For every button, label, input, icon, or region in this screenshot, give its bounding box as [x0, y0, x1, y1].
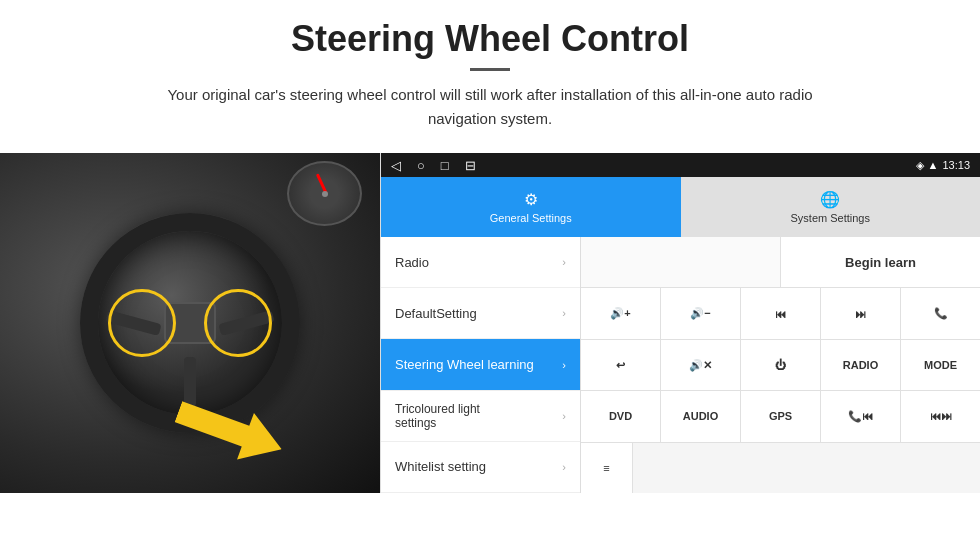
prev-next-icon: ⏮⏭ [930, 410, 952, 422]
prev-icon: ⏮ [775, 308, 786, 320]
list-icon: ≡ [603, 462, 609, 474]
steering-wheel-panel [0, 153, 380, 493]
audio-label: AUDIO [683, 410, 718, 422]
dvd-button[interactable]: DVD [581, 391, 661, 441]
status-nav: ◁ ○ □ ⊟ [391, 158, 476, 173]
chevron-default: › [562, 307, 566, 319]
phone-icon: 📞 [934, 307, 948, 320]
gps-label: GPS [769, 410, 792, 422]
spoke-bottom [184, 357, 196, 407]
grid-row-3: ↩ 🔊✕ ⏻ RADIO MODE [581, 340, 980, 391]
header-section: Steering Wheel Control Your original car… [0, 0, 980, 141]
sw-background [0, 153, 380, 493]
grid-row-5: ≡ [581, 443, 980, 493]
power-button[interactable]: ⏻ [741, 340, 821, 390]
tab-general[interactable]: ⚙ General Settings [381, 177, 681, 237]
back-button[interactable]: ↩ [581, 340, 661, 390]
power-icon: ⏻ [775, 359, 786, 371]
right-button-circle [204, 289, 272, 357]
prev-next-button[interactable]: ⏮⏭ [901, 391, 980, 441]
grid-row-1: Begin learn [581, 237, 980, 288]
button-grid: Begin learn 🔊+ 🔊− ⏮ [581, 237, 980, 493]
back-icon: ↩ [616, 359, 625, 372]
tab-system[interactable]: 🌐 System Settings [681, 177, 981, 237]
chevron-radio: › [562, 256, 566, 268]
system-settings-icon: 🌐 [820, 190, 840, 209]
next-icon: ⏭ [855, 308, 866, 320]
prev-button[interactable]: ⏮ [741, 288, 821, 338]
nav-recent-icon[interactable]: □ [441, 158, 449, 173]
menu-radio-label: Radio [395, 255, 429, 270]
vol-up-button[interactable]: 🔊+ [581, 288, 661, 338]
mute-button[interactable]: 🔊✕ [661, 340, 741, 390]
vol-down-button[interactable]: 🔊− [661, 288, 741, 338]
menu-item-whitelist[interactable]: Whitelist setting › [381, 442, 580, 493]
subtitle: Your original car's steering wheel contr… [140, 83, 840, 131]
menu-item-steering[interactable]: Steering Wheel learning › [381, 339, 580, 390]
nav-home-icon[interactable]: ○ [417, 158, 425, 173]
steering-wheel-ring [80, 213, 300, 433]
time-display: 13:13 [942, 159, 970, 171]
status-icons-right: ◈ ▲ 13:13 [916, 159, 970, 172]
mute-icon: 🔊✕ [689, 359, 712, 372]
nav-back-icon[interactable]: ◁ [391, 158, 401, 173]
menu-item-tricoloured[interactable]: Tricoloured lightsettings › [381, 391, 580, 442]
vol-down-icon: 🔊− [690, 307, 710, 320]
menu-list: Radio › DefaultSetting › Steering Wheel … [381, 237, 581, 493]
menu-whitelist-label: Whitelist setting [395, 459, 486, 474]
arrow-indicator [175, 403, 285, 458]
begin-learn-button[interactable]: Begin learn [781, 237, 980, 287]
android-panel: ◁ ○ □ ⊟ ◈ ▲ 13:13 ⚙ General Settings [380, 153, 980, 493]
grid-row-2: 🔊+ 🔊− ⏮ ⏭ 📞 [581, 288, 980, 339]
title-divider [470, 68, 510, 71]
dvd-label: DVD [609, 410, 632, 422]
mode-label: MODE [924, 359, 957, 371]
status-bar: ◁ ○ □ ⊟ ◈ ▲ 13:13 [381, 153, 980, 177]
tabs-row: ⚙ General Settings 🌐 System Settings [381, 177, 980, 237]
menu-item-default[interactable]: DefaultSetting › [381, 288, 580, 339]
phone-prev-button[interactable]: 📞⏮ [821, 391, 901, 441]
audio-button[interactable]: AUDIO [661, 391, 741, 441]
signal-icon: ▲ [928, 159, 939, 171]
left-button-circle [108, 289, 176, 357]
menu-steering-label: Steering Wheel learning [395, 357, 534, 372]
tab-general-label: General Settings [490, 212, 572, 224]
menu-tricoloured-label: Tricoloured lightsettings [395, 402, 480, 430]
location-icon: ◈ [916, 159, 924, 172]
radio-label: RADIO [843, 359, 878, 371]
phone-prev-icon: 📞⏮ [848, 410, 873, 423]
radio-button[interactable]: RADIO [821, 340, 901, 390]
chevron-whitelist: › [562, 461, 566, 473]
menu-item-radio[interactable]: Radio › [381, 237, 580, 288]
nav-menu-icon[interactable]: ⊟ [465, 158, 476, 173]
next-button[interactable]: ⏭ [821, 288, 901, 338]
dashboard-gauge [287, 161, 362, 226]
gps-button[interactable]: GPS [741, 391, 821, 441]
phone-button[interactable]: 📞 [901, 288, 980, 338]
tab-system-label: System Settings [791, 212, 870, 224]
content-section: ◁ ○ □ ⊟ ◈ ▲ 13:13 ⚙ General Settings [0, 153, 980, 493]
page-title: Steering Wheel Control [40, 18, 940, 60]
chevron-tricoloured: › [562, 410, 566, 422]
vol-up-icon: 🔊+ [610, 307, 630, 320]
empty-row5 [633, 443, 980, 493]
list-icon-button[interactable]: ≡ [581, 443, 633, 493]
empty-cell-1 [581, 237, 781, 287]
menu-default-label: DefaultSetting [395, 306, 477, 321]
page-wrapper: Steering Wheel Control Your original car… [0, 0, 980, 549]
general-settings-icon: ⚙ [524, 190, 538, 209]
mode-button[interactable]: MODE [901, 340, 980, 390]
chevron-steering: › [562, 359, 566, 371]
grid-row-4: DVD AUDIO GPS 📞⏮ ⏮⏭ [581, 391, 980, 442]
panel-body: Radio › DefaultSetting › Steering Wheel … [381, 237, 980, 493]
